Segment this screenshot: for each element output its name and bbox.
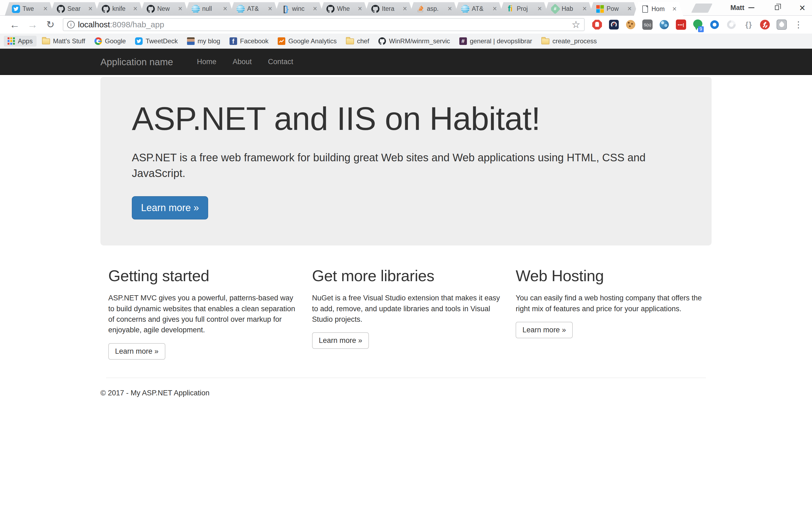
tab-stackoverflow-asp[interactable]: asp.: [409, 2, 458, 15]
tab-windows-doc[interactable]: winc: [274, 2, 324, 15]
tab-title: AT&: [472, 5, 489, 13]
speedometer-icon[interactable]: [607, 18, 620, 31]
github-icon: [327, 5, 334, 13]
lastpass-icon[interactable]: [675, 18, 688, 31]
bookmark-winrm[interactable]: WinRM/winrm_servic: [375, 36, 454, 47]
tab-home-active[interactable]: Hom: [634, 2, 683, 16]
column-text: NuGet is a free Visual Studio extension …: [312, 293, 500, 325]
url-path: :8098/hab_app: [110, 20, 164, 29]
close-icon[interactable]: [267, 5, 273, 13]
nav-link-contact[interactable]: Contact: [260, 49, 301, 75]
github-icon: [147, 5, 155, 13]
globe-icon[interactable]: [658, 18, 671, 31]
tab-title: null: [202, 5, 220, 13]
learn-more-button[interactable]: Learn more »: [312, 332, 369, 349]
close-icon[interactable]: [626, 5, 633, 13]
learn-more-button[interactable]: Learn more »: [516, 322, 573, 338]
tab-github-whe[interactable]: Whe: [319, 2, 369, 15]
learn-more-primary-button[interactable]: Learn more »: [132, 196, 208, 220]
styles-icon[interactable]: [641, 18, 654, 31]
restore-icon[interactable]: [772, 3, 782, 13]
bookmark-tweetdeck[interactable]: TweetDeck: [131, 36, 182, 47]
screenshot-icon[interactable]: [775, 18, 788, 31]
bookmark-label: my blog: [198, 38, 220, 45]
bookmark-star-icon[interactable]: [572, 20, 580, 30]
tab-att-null[interactable]: null: [185, 2, 234, 15]
disconnect-icon[interactable]: [758, 18, 771, 31]
tab-project-fi[interactable]: Proj: [499, 2, 548, 15]
tab-github-new[interactable]: New: [140, 2, 189, 15]
close-icon[interactable]: [492, 5, 498, 13]
bookmark-facebook[interactable]: Facebook: [226, 36, 272, 47]
braces-icon[interactable]: [742, 18, 755, 31]
tab-att[interactable]: AT&: [229, 2, 279, 15]
bookmark-google-analytics[interactable]: Google Analytics: [274, 36, 341, 47]
tab-github-knife[interactable]: knife: [95, 2, 144, 15]
new-tab-button[interactable]: [691, 3, 713, 13]
tab-title: Hab: [562, 5, 579, 13]
url-host: localhost: [78, 20, 110, 29]
column-heading: Get more libraries: [312, 267, 500, 285]
avatar-icon: [187, 38, 195, 45]
stackoverflow-icon: [416, 5, 424, 13]
browser-menu-icon[interactable]: [792, 18, 805, 31]
close-icon[interactable]: [312, 5, 318, 13]
tab-github-search[interactable]: Sear: [50, 2, 99, 15]
tab-powerbi[interactable]: Pow: [589, 2, 638, 15]
close-icon[interactable]: [537, 5, 543, 13]
close-icon[interactable]: [357, 5, 363, 13]
reload-icon[interactable]: [43, 17, 58, 32]
page-info-icon[interactable]: [67, 21, 75, 28]
close-icon[interactable]: [447, 5, 453, 13]
footer-divider: [106, 377, 706, 378]
att-globe-icon: [192, 5, 200, 13]
close-icon[interactable]: [402, 5, 408, 13]
adblock-icon[interactable]: [591, 18, 604, 31]
bookmark-folder-chef[interactable]: chef: [342, 36, 373, 47]
close-icon[interactable]: [797, 3, 807, 13]
tab-title: winc: [292, 5, 310, 13]
nav-link-home[interactable]: Home: [189, 49, 225, 75]
bookmark-my-blog[interactable]: my blog: [183, 36, 224, 47]
minimize-icon[interactable]: [747, 3, 756, 13]
navbar-brand[interactable]: Application name: [101, 57, 173, 68]
bookmark-apps[interactable]: Apps: [4, 36, 36, 47]
tab-tweetdeck[interactable]: Twe: [5, 2, 54, 15]
close-icon[interactable]: [132, 5, 139, 13]
tab-github-itera[interactable]: Itera: [364, 2, 413, 15]
bookmark-google[interactable]: Google: [91, 36, 130, 47]
bookmark-label: Google Analytics: [288, 38, 337, 45]
cookie-icon[interactable]: [624, 18, 637, 31]
nav-link-about[interactable]: About: [225, 49, 260, 75]
url-text[interactable]: localhost:8098/hab_app: [78, 20, 568, 29]
tab-title: asp.: [427, 5, 444, 13]
profile-name[interactable]: Matt: [731, 0, 745, 15]
notifier-bubble-icon[interactable]: 9: [691, 18, 704, 31]
swirl-icon[interactable]: [725, 18, 738, 31]
blue-ring-icon[interactable]: [708, 18, 721, 31]
browser-titlebar: Twe Sear knife New: [0, 0, 812, 15]
bookmark-label: chef: [357, 38, 369, 45]
bookmark-slack-general[interactable]: general | devopslibrar: [455, 36, 536, 47]
close-icon[interactable]: [671, 5, 678, 13]
tab-title: Hom: [651, 5, 669, 13]
close-icon[interactable]: [177, 5, 183, 13]
back-icon[interactable]: [7, 17, 22, 32]
tab-att-2[interactable]: AT&: [454, 2, 503, 15]
close-icon[interactable]: [87, 5, 94, 13]
column-getting-started: Getting started ASP.NET MVC gives you a …: [101, 256, 304, 360]
microsoft-icon: [596, 5, 604, 13]
github-icon: [102, 5, 110, 13]
tab-title: Pow: [606, 5, 624, 13]
close-icon[interactable]: [222, 5, 228, 13]
bookmark-folder-create-process[interactable]: create_process: [538, 36, 601, 47]
google-icon: [94, 38, 102, 45]
tab-title: Proj: [517, 5, 534, 13]
forward-icon[interactable]: [25, 17, 40, 32]
close-icon[interactable]: [582, 5, 588, 13]
tab-habitat[interactable]: Hab: [544, 2, 593, 15]
bookmark-folder-matts-stuff[interactable]: Matt's Stuff: [38, 36, 89, 47]
close-icon[interactable]: [42, 5, 49, 13]
learn-more-button[interactable]: Learn more »: [108, 343, 165, 360]
address-bar[interactable]: localhost:8098/hab_app: [63, 18, 585, 31]
